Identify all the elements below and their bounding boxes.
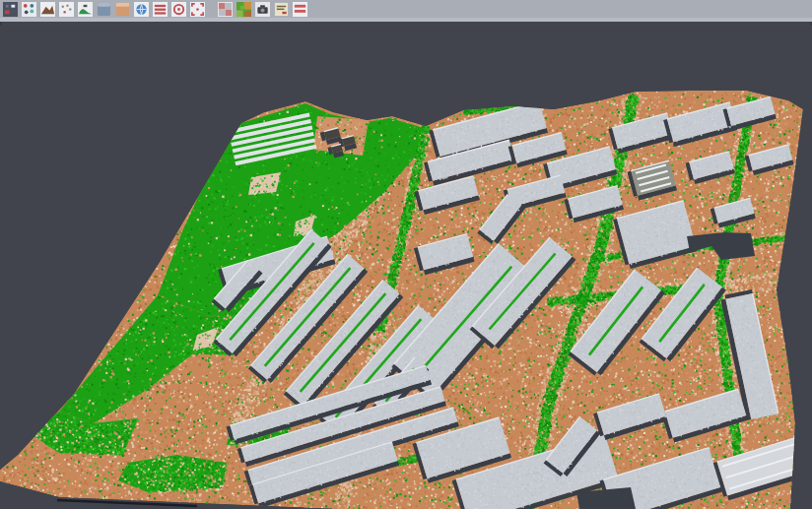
zoom-extent-icon[interactable] [189, 1, 206, 18]
point-cloud-canvas[interactable] [0, 26, 812, 509]
toolbar [0, 0, 812, 22]
terrain-model-icon[interactable] [77, 1, 94, 18]
camera-icon[interactable] [254, 1, 271, 18]
tin-surface-icon[interactable] [39, 1, 56, 18]
globe-icon[interactable] [133, 1, 150, 18]
point-classes-icon[interactable] [21, 1, 37, 18]
flag-stripes-icon[interactable] [292, 1, 308, 18]
grid-cells-icon[interactable] [217, 1, 234, 18]
panel-icon[interactable] [96, 1, 112, 18]
classified-image-icon[interactable] [236, 1, 252, 18]
profile-lines-icon[interactable] [152, 1, 169, 18]
target-circle-icon[interactable] [170, 1, 187, 18]
classification-palette-icon[interactable] [2, 1, 19, 18]
orthophoto-icon[interactable] [114, 1, 131, 18]
viewport-3d[interactable] [0, 26, 812, 509]
sparse-points-icon[interactable] [58, 1, 75, 18]
annotation-icon[interactable] [273, 1, 290, 18]
